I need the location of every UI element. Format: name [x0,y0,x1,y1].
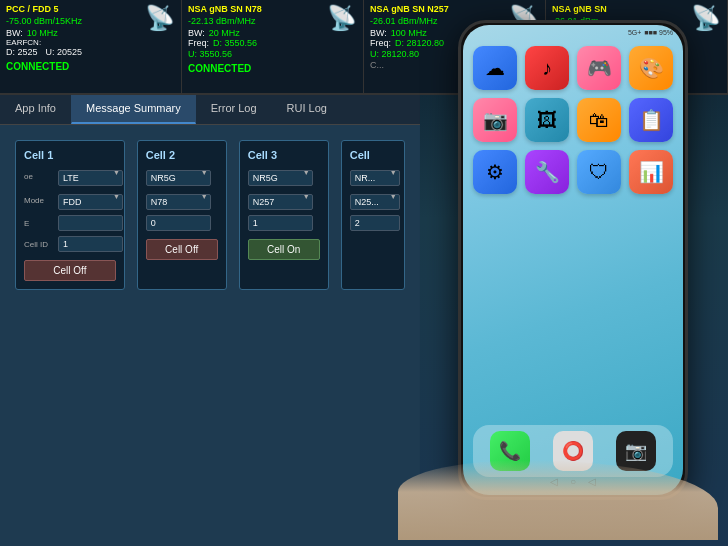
cell-3-band-wrapper[interactable]: N257 N78 [248,191,313,210]
panel-1-d: D: 2525 [6,47,38,57]
panel-2-freq-u: U: 3550.56 [188,49,232,59]
cell-2-button[interactable]: Cell Off [146,239,218,260]
app-icon-weather[interactable]: ☁ [473,46,517,90]
tab-error-log[interactable]: Error Log [196,95,272,124]
cell-1-type-select[interactable]: LTE NR5G [58,170,123,186]
cell-2-band-wrapper[interactable]: N78 N257 [146,191,211,210]
cell-1-panel: Cell 1 oe LTE NR5G Mode FDD TDD [15,140,125,290]
main-content: Cell 1 oe LTE NR5G Mode FDD TDD [0,125,420,546]
cell-1-type-wrapper[interactable]: LTE NR5G [58,167,123,186]
cell-2-type-select[interactable]: NR5G LTE [146,170,211,186]
cell-3-type-row: NR5G LTE [248,167,320,186]
cell-3-title: Cell 3 [248,149,320,161]
cell-2-type-row: NR5G LTE [146,167,218,186]
cell-1-button[interactable]: Cell Off [24,260,116,281]
cell-3-id-row [248,215,320,231]
phone-battery: ■■■ 95% [644,29,673,36]
panel-1-status: CONNECTED [6,61,175,72]
panel-3-freq-label: Freq: [370,38,391,48]
cells-row: Cell 1 oe LTE NR5G Mode FDD TDD [15,140,405,290]
tab-bar: App Info Message Summary Error Log RUI L… [0,95,420,125]
panel-2-bw-label: BW: [188,28,205,38]
panel-2-freq: Freq: [188,38,209,48]
cell-2-id-input[interactable] [146,215,211,231]
tower-icon-2: 📡 [327,6,357,30]
app-icon-gallery[interactable]: 🖼 [525,98,569,142]
cell-1-mode-row: Mode FDD TDD [24,191,116,210]
cell-1-type-row: oe LTE NR5G [24,167,116,186]
cell-4-type-wrapper[interactable]: NR... [350,167,400,186]
cell-3-panel: Cell 3 NR5G LTE N257 N78 [239,140,329,290]
cell-2-type-wrapper[interactable]: NR5G LTE [146,167,211,186]
cell-4-id-input[interactable] [350,215,400,231]
phone-body: 5G+ ■■■ 95% ☁ ♪ 🎮 🎨 📷 🖼 🛍 📋 ⚙ 🔧 🛡 📊 [458,20,688,500]
cell-1-mode-wrapper[interactable]: FDD TDD [58,191,123,210]
cell-3-id-input[interactable] [248,215,313,231]
cell-4-band-wrapper[interactable]: N25... [350,191,400,210]
cell-3-button[interactable]: Cell On [248,239,320,260]
cell-3-band-row: N257 N78 [248,191,320,210]
cell-4-id-row [350,215,396,231]
panel-1: PCC / FDD 5 -75.00 dBm/15KHz BW: 10 MHz … [0,0,182,93]
phone-status-bar: 5G+ ■■■ 95% [463,25,683,38]
cell-4-panel: Cell NR... N25... [341,140,405,290]
cell-1-mode-select[interactable]: FDD TDD [58,194,123,210]
panel-2-status: CONNECTED [188,63,357,74]
panel-3-bw-value: 100 MHz [391,28,427,38]
cell-1-band-input[interactable] [58,215,123,231]
phone-container: 5G+ ■■■ 95% ☁ ♪ 🎮 🎨 📷 🖼 🛍 📋 ⚙ 🔧 🛡 📊 [428,20,718,530]
app-icon-tools[interactable]: 📊 [629,150,673,194]
cell-2-band-row: N78 N257 [146,191,218,210]
cell-1-id-row: Cell ID [24,236,116,252]
app-icon-manage[interactable]: 📋 [629,98,673,142]
panel-3-freq-u: U: 28120.80 [370,49,419,59]
cell-4-band-select[interactable]: N25... [350,194,400,210]
panel-2: NSA gNB SN N78 -22.13 dBm/MHz BW: 20 MHz… [182,0,364,93]
panel-1-bw-label: BW: [6,28,23,38]
panel-3-bw-label: BW: [370,28,387,38]
cell-1-band-label: E [24,219,54,228]
app-icon-game[interactable]: 🎮 [577,46,621,90]
cell-4-title: Cell [350,149,396,161]
cell-1-id-input[interactable] [58,236,123,252]
tab-rui-log[interactable]: RUI Log [272,95,342,124]
phone-signal: 5G+ [628,29,641,36]
cell-1-mode-label: Mode [24,196,54,205]
dock-camera[interactable]: 📷 [616,431,656,471]
app-icon-music[interactable]: ♪ [525,46,569,90]
cell-2-band-select[interactable]: N78 N257 [146,194,211,210]
app-icon-appstore[interactable]: 🔧 [525,150,569,194]
panel-1-bw-value: 10 MHz [27,28,58,38]
cell-1-title: Cell 1 [24,149,116,161]
tower-icon-1: 📡 [145,6,175,30]
cell-2-id-row [146,215,218,231]
cell-3-band-select[interactable]: N257 N78 [248,194,313,210]
panel-2-bw-value: 20 MHz [209,28,240,38]
app-icon-shop[interactable]: 🛍 [577,98,621,142]
app-icon-security[interactable]: 🛡 [577,150,621,194]
cell-1-band-row: E [24,215,116,231]
cell-1-type-label: oe [24,172,54,181]
tab-app-info[interactable]: App Info [0,95,71,124]
app-icon-theme[interactable]: 🎨 [629,46,673,90]
cell-3-type-wrapper[interactable]: NR5G LTE [248,167,313,186]
cell-2-title: Cell 2 [146,149,218,161]
panel-1-earfcn: EARFCN: [6,38,41,47]
tab-message-summary[interactable]: Message Summary [71,95,196,124]
cell-4-band-row: N25... [350,191,396,210]
cell-4-type-select[interactable]: NR... [350,170,400,186]
cell-2-panel: Cell 2 NR5G LTE N78 N257 [137,140,227,290]
cell-3-type-select[interactable]: NR5G LTE [248,170,313,186]
app-icon-settings[interactable]: ⚙ [473,150,517,194]
phone-app-grid: ☁ ♪ 🎮 🎨 📷 🖼 🛍 📋 ⚙ 🔧 🛡 📊 [463,38,683,202]
cell-4-type-row: NR... [350,167,396,186]
panel-1-u: U: 20525 [46,47,83,57]
panel-2-freq-d: D: 3550.56 [213,38,257,48]
phone-screen: 5G+ ■■■ 95% ☁ ♪ 🎮 🎨 📷 🖼 🛍 📋 ⚙ 🔧 🛡 📊 [463,25,683,495]
cell-1-id-label: Cell ID [24,240,54,249]
app-icon-photos[interactable]: 📷 [473,98,517,142]
